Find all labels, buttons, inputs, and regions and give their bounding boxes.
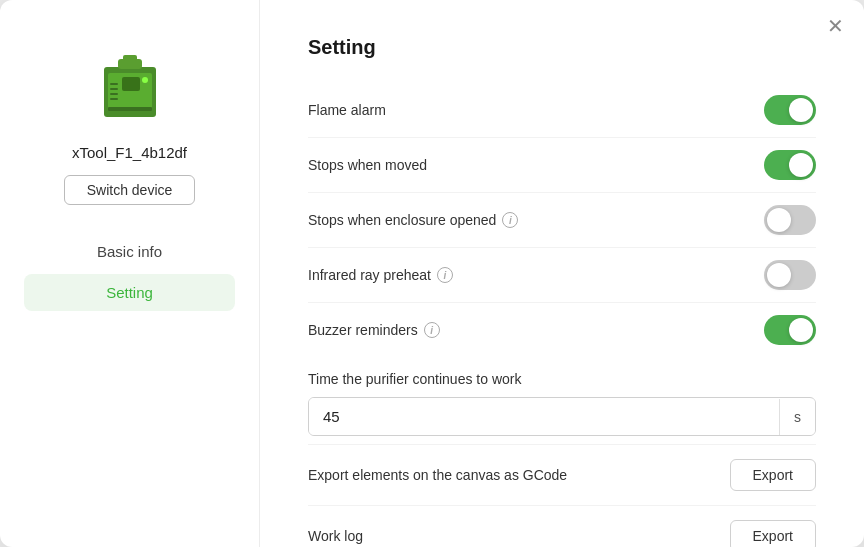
stops-moved-label: Stops when moved <box>308 157 427 173</box>
close-button[interactable]: ✕ <box>827 16 844 36</box>
setting-row-stops-moved: Stops when moved <box>308 138 816 193</box>
svg-rect-4 <box>110 83 118 85</box>
stops-moved-track[interactable] <box>764 150 816 180</box>
toggle-settings-list: Flame alarm Stops when moved Stops wh <box>308 83 816 357</box>
purifier-label: Time the purifier continues to work <box>308 371 816 387</box>
stops-enclosure-toggle[interactable] <box>764 205 816 235</box>
buzzer-toggle[interactable] <box>764 315 816 345</box>
setting-row-buzzer: Buzzer reminders i <box>308 303 816 357</box>
work-log-row: Work log Export <box>308 505 816 547</box>
nav-items: Basic info Setting <box>24 233 235 311</box>
infrared-toggle[interactable] <box>764 260 816 290</box>
device-image <box>85 40 175 130</box>
purifier-section: Time the purifier continues to work s <box>308 357 816 444</box>
purifier-input-row: s <box>308 397 816 436</box>
settings-modal: ✕ <box>0 0 864 547</box>
svg-rect-8 <box>122 77 140 91</box>
infrared-knob <box>767 263 791 287</box>
switch-device-button[interactable]: Switch device <box>64 175 196 205</box>
infrared-info-icon: i <box>437 267 453 283</box>
svg-rect-5 <box>110 88 118 90</box>
svg-rect-7 <box>110 98 118 100</box>
stops-moved-knob <box>789 153 813 177</box>
work-log-label: Work log <box>308 528 363 544</box>
purifier-unit: s <box>779 399 815 435</box>
svg-rect-10 <box>108 107 152 111</box>
svg-rect-2 <box>123 55 137 61</box>
stops-enclosure-info-icon: i <box>502 212 518 228</box>
export-gcode-label: Export elements on the canvas as GCode <box>308 467 567 483</box>
stops-enclosure-track[interactable] <box>764 205 816 235</box>
flame-alarm-label: Flame alarm <box>308 102 386 118</box>
svg-point-9 <box>142 77 148 83</box>
stops-moved-toggle[interactable] <box>764 150 816 180</box>
content-area: Setting Flame alarm Stops when moved <box>260 0 864 547</box>
buzzer-track[interactable] <box>764 315 816 345</box>
setting-row-infrared: Infrared ray preheat i <box>308 248 816 303</box>
flame-alarm-knob <box>789 98 813 122</box>
svg-rect-6 <box>110 93 118 95</box>
buzzer-label: Buzzer reminders i <box>308 322 440 338</box>
setting-row-stops-enclosure: Stops when enclosure opened i <box>308 193 816 248</box>
flame-alarm-toggle[interactable] <box>764 95 816 125</box>
stops-enclosure-knob <box>767 208 791 232</box>
device-name: xTool_F1_4b12df <box>72 144 187 161</box>
work-log-export-button[interactable]: Export <box>730 520 816 547</box>
setting-row-flame-alarm: Flame alarm <box>308 83 816 138</box>
section-title: Setting <box>308 36 816 59</box>
flame-alarm-track[interactable] <box>764 95 816 125</box>
export-gcode-button[interactable]: Export <box>730 459 816 491</box>
buzzer-knob <box>789 318 813 342</box>
sidebar-item-basic-info[interactable]: Basic info <box>24 233 235 270</box>
sidebar-item-setting[interactable]: Setting <box>24 274 235 311</box>
purifier-time-input[interactable] <box>309 398 779 435</box>
infrared-track[interactable] <box>764 260 816 290</box>
infrared-label: Infrared ray preheat i <box>308 267 453 283</box>
buzzer-info-icon: i <box>424 322 440 338</box>
export-gcode-row: Export elements on the canvas as GCode E… <box>308 444 816 505</box>
stops-enclosure-label: Stops when enclosure opened i <box>308 212 518 228</box>
sidebar: xTool_F1_4b12df Switch device Basic info… <box>0 0 260 547</box>
